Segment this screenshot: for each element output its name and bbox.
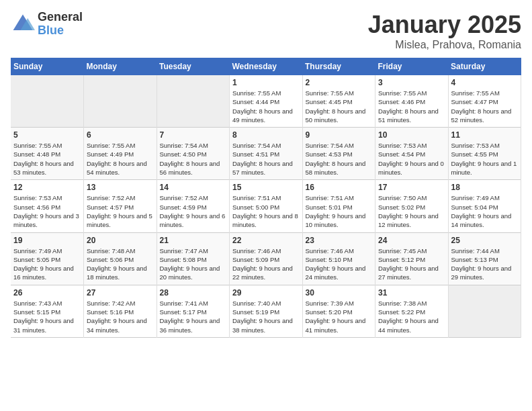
day-number: 18 bbox=[451, 183, 519, 192]
week-row-1: 1Sunrise: 7:55 AMSunset: 4:44 PMDaylight… bbox=[11, 75, 521, 128]
day-header-friday: Friday bbox=[375, 58, 449, 75]
calendar-cell: 30Sunrise: 7:39 AMSunset: 5:20 PMDayligh… bbox=[302, 285, 375, 337]
day-info: Sunrise: 7:55 AMSunset: 4:44 PMDaylight:… bbox=[232, 89, 300, 124]
day-number: 20 bbox=[87, 236, 154, 245]
calendar-cell: 27Sunrise: 7:42 AMSunset: 5:16 PMDayligh… bbox=[84, 285, 157, 337]
day-header-sunday: Sunday bbox=[11, 58, 84, 75]
calendar-cell bbox=[84, 75, 157, 128]
day-info: Sunrise: 7:53 AMSunset: 4:55 PMDaylight:… bbox=[451, 141, 519, 177]
day-info: Sunrise: 7:39 AMSunset: 5:20 PMDaylight:… bbox=[306, 299, 373, 334]
calendar-cell: 25Sunrise: 7:44 AMSunset: 5:13 PMDayligh… bbox=[448, 232, 521, 285]
calendar-cell: 17Sunrise: 7:50 AMSunset: 5:02 PMDayligh… bbox=[375, 180, 449, 232]
day-info: Sunrise: 7:49 AMSunset: 5:04 PMDaylight:… bbox=[451, 193, 519, 229]
day-number: 30 bbox=[306, 288, 373, 298]
calendar-cell: 24Sunrise: 7:45 AMSunset: 5:12 PMDayligh… bbox=[375, 232, 449, 285]
day-info: Sunrise: 7:52 AMSunset: 4:59 PMDaylight:… bbox=[160, 193, 227, 229]
calendar-title: January 2025 bbox=[368, 11, 521, 39]
calendar-cell bbox=[11, 75, 84, 128]
day-number: 13 bbox=[87, 183, 154, 192]
calendar-cell: 31Sunrise: 7:38 AMSunset: 5:22 PMDayligh… bbox=[375, 285, 449, 337]
day-info: Sunrise: 7:51 AMSunset: 5:01 PMDaylight:… bbox=[306, 193, 373, 229]
day-header-tuesday: Tuesday bbox=[157, 58, 230, 75]
calendar-cell: 2Sunrise: 7:55 AMSunset: 4:45 PMDaylight… bbox=[302, 75, 375, 128]
day-number: 28 bbox=[160, 288, 227, 298]
calendar-cell bbox=[157, 75, 230, 128]
day-number: 26 bbox=[13, 288, 81, 298]
day-number: 21 bbox=[160, 236, 227, 245]
day-info: Sunrise: 7:55 AMSunset: 4:45 PMDaylight:… bbox=[306, 89, 373, 124]
day-info: Sunrise: 7:53 AMSunset: 4:56 PMDaylight:… bbox=[13, 193, 81, 229]
day-info: Sunrise: 7:42 AMSunset: 5:16 PMDaylight:… bbox=[87, 299, 154, 334]
calendar-cell: 3Sunrise: 7:55 AMSunset: 4:46 PMDaylight… bbox=[375, 75, 449, 128]
day-number: 27 bbox=[87, 288, 154, 298]
day-number: 6 bbox=[87, 130, 154, 140]
day-header-thursday: Thursday bbox=[302, 58, 375, 75]
calendar-cell: 8Sunrise: 7:54 AMSunset: 4:51 PMDaylight… bbox=[230, 128, 303, 180]
calendar-cell: 26Sunrise: 7:43 AMSunset: 5:15 PMDayligh… bbox=[11, 285, 84, 337]
day-number: 3 bbox=[378, 78, 445, 87]
calendar-cell: 13Sunrise: 7:52 AMSunset: 4:57 PMDayligh… bbox=[84, 180, 157, 232]
calendar-cell: 6Sunrise: 7:55 AMSunset: 4:49 PMDaylight… bbox=[84, 128, 157, 180]
day-info: Sunrise: 7:50 AMSunset: 5:02 PMDaylight:… bbox=[378, 193, 445, 229]
calendar-cell bbox=[448, 285, 521, 337]
title-section: January 2025 Mislea, Prahova, Romania bbox=[368, 11, 521, 51]
week-row-5: 26Sunrise: 7:43 AMSunset: 5:15 PMDayligh… bbox=[11, 285, 521, 337]
day-info: Sunrise: 7:54 AMSunset: 4:50 PMDaylight:… bbox=[160, 141, 227, 177]
calendar-cell: 20Sunrise: 7:48 AMSunset: 5:06 PMDayligh… bbox=[84, 232, 157, 285]
day-number: 23 bbox=[306, 236, 373, 245]
calendar-cell: 18Sunrise: 7:49 AMSunset: 5:04 PMDayligh… bbox=[448, 180, 521, 232]
day-number: 8 bbox=[232, 130, 300, 140]
day-header-saturday: Saturday bbox=[448, 58, 521, 75]
day-number: 29 bbox=[232, 288, 300, 298]
page-header: General Blue January 2025 Mislea, Prahov… bbox=[11, 11, 521, 51]
calendar-cell: 28Sunrise: 7:41 AMSunset: 5:17 PMDayligh… bbox=[157, 285, 230, 337]
day-number: 2 bbox=[306, 78, 373, 87]
calendar-table: SundayMondayTuesdayWednesdayThursdayFrid… bbox=[11, 58, 521, 338]
calendar-cell: 4Sunrise: 7:55 AMSunset: 4:47 PMDaylight… bbox=[448, 75, 521, 128]
calendar-cell: 9Sunrise: 7:54 AMSunset: 4:53 PMDaylight… bbox=[302, 128, 375, 180]
calendar-cell: 29Sunrise: 7:40 AMSunset: 5:19 PMDayligh… bbox=[230, 285, 303, 337]
week-row-2: 5Sunrise: 7:55 AMSunset: 4:48 PMDaylight… bbox=[11, 128, 521, 180]
day-number: 19 bbox=[13, 236, 81, 245]
calendar-cell: 14Sunrise: 7:52 AMSunset: 4:59 PMDayligh… bbox=[157, 180, 230, 232]
calendar-cell: 15Sunrise: 7:51 AMSunset: 5:00 PMDayligh… bbox=[230, 180, 303, 232]
calendar-cell: 1Sunrise: 7:55 AMSunset: 4:44 PMDaylight… bbox=[230, 75, 303, 128]
calendar-subtitle: Mislea, Prahova, Romania bbox=[368, 39, 521, 51]
calendar-cell: 16Sunrise: 7:51 AMSunset: 5:01 PMDayligh… bbox=[302, 180, 375, 232]
day-number: 15 bbox=[232, 183, 300, 192]
day-info: Sunrise: 7:46 AMSunset: 5:10 PMDaylight:… bbox=[306, 246, 373, 282]
day-info: Sunrise: 7:44 AMSunset: 5:13 PMDaylight:… bbox=[451, 246, 519, 282]
day-number: 7 bbox=[160, 130, 227, 140]
day-number: 16 bbox=[306, 183, 373, 192]
day-info: Sunrise: 7:55 AMSunset: 4:46 PMDaylight:… bbox=[378, 89, 445, 124]
day-number: 22 bbox=[232, 236, 300, 245]
day-number: 12 bbox=[13, 183, 81, 192]
day-number: 25 bbox=[451, 236, 519, 245]
calendar-cell: 22Sunrise: 7:46 AMSunset: 5:09 PMDayligh… bbox=[230, 232, 303, 285]
days-header-row: SundayMondayTuesdayWednesdayThursdayFrid… bbox=[11, 58, 521, 75]
day-number: 14 bbox=[160, 183, 227, 192]
day-info: Sunrise: 7:40 AMSunset: 5:19 PMDaylight:… bbox=[232, 299, 300, 334]
day-info: Sunrise: 7:38 AMSunset: 5:22 PMDaylight:… bbox=[378, 299, 445, 334]
week-row-4: 19Sunrise: 7:49 AMSunset: 5:05 PMDayligh… bbox=[11, 232, 521, 285]
day-info: Sunrise: 7:45 AMSunset: 5:12 PMDaylight:… bbox=[378, 246, 445, 282]
day-number: 9 bbox=[306, 130, 373, 140]
day-info: Sunrise: 7:54 AMSunset: 4:51 PMDaylight:… bbox=[232, 141, 300, 177]
day-header-wednesday: Wednesday bbox=[230, 58, 303, 75]
day-number: 17 bbox=[378, 183, 445, 192]
calendar-cell: 7Sunrise: 7:54 AMSunset: 4:50 PMDaylight… bbox=[157, 128, 230, 180]
calendar-cell: 19Sunrise: 7:49 AMSunset: 5:05 PMDayligh… bbox=[11, 232, 84, 285]
calendar-cell: 5Sunrise: 7:55 AMSunset: 4:48 PMDaylight… bbox=[11, 128, 84, 180]
day-info: Sunrise: 7:47 AMSunset: 5:08 PMDaylight:… bbox=[160, 246, 227, 282]
day-info: Sunrise: 7:43 AMSunset: 5:15 PMDaylight:… bbox=[13, 299, 81, 334]
logo-text: General Blue bbox=[38, 11, 83, 38]
day-info: Sunrise: 7:51 AMSunset: 5:00 PMDaylight:… bbox=[232, 193, 300, 229]
calendar-cell: 11Sunrise: 7:53 AMSunset: 4:55 PMDayligh… bbox=[448, 128, 521, 180]
day-info: Sunrise: 7:53 AMSunset: 4:54 PMDaylight:… bbox=[378, 141, 445, 177]
day-number: 24 bbox=[378, 236, 445, 245]
day-info: Sunrise: 7:49 AMSunset: 5:05 PMDaylight:… bbox=[13, 246, 81, 282]
calendar-cell: 10Sunrise: 7:53 AMSunset: 4:54 PMDayligh… bbox=[375, 128, 449, 180]
day-info: Sunrise: 7:46 AMSunset: 5:09 PMDaylight:… bbox=[232, 246, 300, 282]
day-info: Sunrise: 7:55 AMSunset: 4:47 PMDaylight:… bbox=[451, 89, 519, 124]
day-number: 5 bbox=[13, 130, 81, 140]
